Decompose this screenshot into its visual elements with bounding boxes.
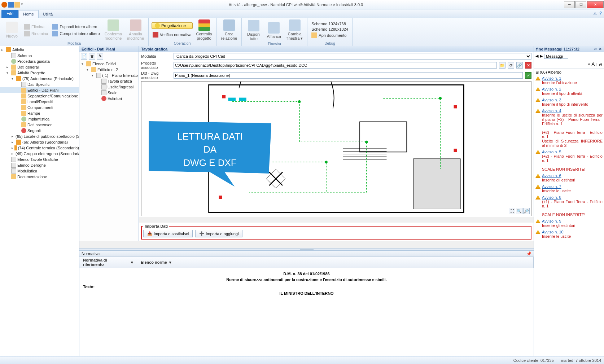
tree-node[interactable]: Schema bbox=[0, 53, 79, 58]
message-link[interactable]: Avviso n. 2 bbox=[535, 87, 603, 91]
messaggi-list[interactable]: ⊟ (66) Albergo Avviso n. 1Inserire l'ubi… bbox=[534, 68, 604, 356]
rinomina-button[interactable]: Rinomina bbox=[23, 30, 49, 37]
delete-item-icon[interactable]: 🗑 bbox=[89, 53, 95, 60]
edifici-tree[interactable]: ▾Elenco Edifici▾Edificio n. 2▾(-1) - Pia… bbox=[79, 60, 139, 241]
message-link[interactable]: Avviso n. 5 bbox=[535, 150, 603, 154]
verifica-button[interactable]: Verifica normativa bbox=[152, 31, 192, 38]
message-link[interactable]: Avviso n. 7 bbox=[535, 184, 603, 189]
schermo2-button[interactable]: Schermo 1280x1024 bbox=[310, 27, 349, 32]
apri-documento-button[interactable]: Apri documento bbox=[310, 32, 349, 39]
qat-open-icon[interactable] bbox=[14, 2, 20, 8]
tree-node[interactable]: Edifici - Dati Piani bbox=[0, 87, 79, 93]
ribbon-collapse-icon[interactable]: △ bbox=[594, 11, 596, 16]
schermo1-button[interactable]: Schermo 1024x768 bbox=[310, 21, 349, 26]
tree-node[interactable]: Modulistica bbox=[0, 168, 79, 174]
edit-item-icon[interactable]: ✎ bbox=[97, 53, 103, 60]
ed-tree-node[interactable]: Tavola grafica bbox=[80, 78, 138, 84]
dxf-input[interactable] bbox=[174, 72, 523, 79]
help-icon[interactable]: ? bbox=[599, 11, 602, 16]
clear-progetto-icon[interactable]: ✕ bbox=[525, 62, 531, 69]
panel-close-icon[interactable]: ✕ bbox=[599, 47, 602, 51]
msg-dropdown[interactable]: Messaggi bbox=[544, 54, 568, 59]
affianca-button[interactable]: Affianca bbox=[265, 21, 283, 39]
close-button[interactable]: ✕ bbox=[587, 1, 604, 8]
progettazione-button[interactable]: Progettazione bbox=[152, 22, 192, 29]
qat-dropdown-icon[interactable]: ▾ bbox=[21, 2, 27, 8]
tree-node[interactable]: Separazione/Comunicazione bbox=[0, 93, 79, 99]
progetto-input[interactable] bbox=[174, 62, 497, 69]
espandi-button[interactable]: Espandi intero albero bbox=[51, 23, 101, 30]
importa-aggiungi-button[interactable]: ➕Importa e aggiungi bbox=[195, 230, 242, 237]
pin-icon[interactable]: 📌 bbox=[526, 251, 531, 256]
tree-node[interactable]: Procedura guidata bbox=[0, 58, 79, 64]
controlla-button[interactable]: Controlla progetto bbox=[195, 19, 214, 41]
ed-tree-node[interactable]: Scale bbox=[80, 90, 138, 96]
crea-relazione-button[interactable]: Crea relazione bbox=[220, 19, 239, 41]
annulla-button[interactable]: Annulla modifiche bbox=[126, 19, 145, 41]
tree-node[interactable]: Documentazione bbox=[0, 174, 79, 180]
normativa-col2[interactable]: Elenco norme▾ bbox=[137, 257, 534, 268]
link-icon[interactable]: 🔗 bbox=[516, 62, 523, 69]
splitter-h[interactable] bbox=[79, 248, 534, 250]
conferma-button[interactable]: Conferma modifiche bbox=[103, 19, 123, 41]
utilita-tab[interactable]: Utilità bbox=[39, 10, 57, 18]
file-tab[interactable]: File bbox=[1, 10, 18, 18]
tree-node[interactable]: Dati Specifici bbox=[0, 82, 79, 87]
ed-tree-node[interactable]: Estintori bbox=[80, 96, 138, 101]
importa-sostituisci-button[interactable]: 📥Importa e sostituisci bbox=[143, 230, 193, 237]
normativa-col1[interactable]: Normativa di riferimento▾ bbox=[79, 257, 137, 268]
cambia-finestra-button[interactable]: Cambia finestra ▾ bbox=[285, 19, 304, 41]
message-link[interactable]: Avviso n. 3 bbox=[535, 98, 603, 102]
browse-icon[interactable]: 📁 bbox=[499, 62, 505, 69]
tree-node[interactable]: ▸(65) Locale di pubblico spettacolo (Sec bbox=[0, 133, 79, 139]
next-msg-icon[interactable]: ▶ bbox=[540, 54, 543, 58]
tree-node[interactable]: ▸Dati generali bbox=[0, 64, 79, 70]
tree-node[interactable]: ▾(75) Autorimessa (Principale) bbox=[0, 76, 79, 82]
floor-plan-canvas[interactable]: LETTURA DATI DA DWG E DXF ⛶ 🔍 🔎 bbox=[141, 81, 531, 216]
new-item-icon[interactable]: 📄 bbox=[81, 53, 87, 60]
tree-node[interactable]: Impiantistica bbox=[0, 116, 79, 122]
prev-msg-icon[interactable]: ◀ bbox=[535, 54, 538, 58]
refresh-icon[interactable]: ⟳ bbox=[508, 62, 514, 69]
zoom-out-icon[interactable]: 🔎 bbox=[523, 208, 530, 214]
elimina-button[interactable]: Elimina bbox=[23, 23, 49, 30]
tree-node[interactable]: ▸(66) Albergo (Secondaria) bbox=[0, 139, 79, 145]
ed-tree-node[interactable]: ▾(-1) - Piano Interrato bbox=[80, 73, 138, 78]
dxf-ok-icon[interactable]: ✓ bbox=[525, 72, 531, 79]
home-tab[interactable]: Home bbox=[18, 10, 38, 18]
message-link[interactable]: Avviso n. 4 bbox=[535, 109, 603, 113]
tree-node[interactable]: Dati ascensori bbox=[0, 122, 79, 128]
ed-tree-node[interactable]: Uscite/Ingressi bbox=[80, 84, 138, 90]
tree-node[interactable]: Elenco Tavole Grafiche bbox=[0, 157, 79, 162]
tree-node[interactable]: ▸(74) Centrale termica (Secondaria) bbox=[0, 145, 79, 151]
message-link[interactable]: Avviso n. 8 bbox=[535, 195, 603, 199]
message-link[interactable]: Avviso n. 10 bbox=[535, 230, 603, 234]
message-link[interactable]: Avviso n. 1 bbox=[535, 76, 603, 80]
tree-node[interactable]: ▸Attivita bbox=[0, 47, 79, 53]
message-link[interactable]: Avviso n. 6 bbox=[535, 174, 603, 178]
message-link[interactable]: Avviso n. 9 bbox=[535, 219, 603, 223]
center-h-scrollbar[interactable] bbox=[82, 242, 531, 247]
zoom-in-icon[interactable]: 🔍 bbox=[516, 208, 522, 214]
canvas-h-scrollbar[interactable] bbox=[139, 217, 534, 223]
tree-node[interactable]: Rampe bbox=[0, 110, 79, 116]
tree-node[interactable]: Locali/Depositi bbox=[0, 99, 79, 105]
minimize-button[interactable]: ─ bbox=[564, 1, 575, 8]
tree-node[interactable]: ▸(49) Gruppo elettrogeno (Secondaria) bbox=[0, 151, 79, 157]
maximize-button[interactable]: ☐ bbox=[575, 1, 586, 8]
tree-node[interactable]: Compartimenti bbox=[0, 105, 79, 110]
tree-node[interactable]: ▾Attività Progetto bbox=[0, 70, 79, 76]
font-larger-icon[interactable]: A bbox=[591, 61, 595, 67]
disponi-button[interactable]: Disponi tutto bbox=[245, 19, 263, 41]
print-icon[interactable]: 🖨 bbox=[599, 62, 603, 66]
msg-root-node[interactable]: ⊟ (66) Albergo bbox=[535, 70, 603, 75]
tree-node[interactable]: Elenco Deroghe bbox=[0, 162, 79, 168]
qat-icon-1[interactable] bbox=[1, 2, 7, 8]
zoom-extents-icon[interactable]: ⛶ bbox=[509, 208, 515, 214]
nuovo-button[interactable]: Nuovo bbox=[3, 21, 21, 39]
ed-tree-node[interactable]: ▾Edificio n. 2 bbox=[80, 67, 138, 73]
font-smaller-icon[interactable]: A bbox=[588, 62, 590, 66]
navigator-tree[interactable]: ▸AttivitaSchemaProcedura guidata▸Dati ge… bbox=[0, 46, 79, 356]
qat-save-icon[interactable] bbox=[8, 2, 14, 8]
ed-tree-node[interactable]: ▾Elenco Edifici bbox=[80, 61, 138, 67]
